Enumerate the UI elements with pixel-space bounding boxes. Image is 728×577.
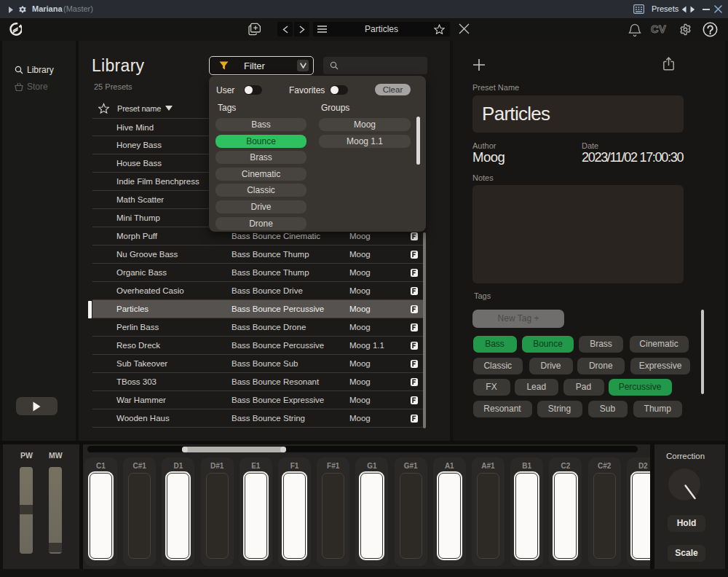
scale-button[interactable]: Scale (668, 545, 705, 562)
preset-tag-chip[interactable]: Resonant (473, 401, 532, 417)
white-key-B1[interactable] (515, 473, 538, 559)
white-key-C1[interactable] (90, 473, 112, 559)
preset-row[interactable]: Perlin BassBass Bounce DroneMoog (92, 318, 423, 337)
sidebar-item-store[interactable]: Store (15, 81, 48, 93)
preset-row[interactable]: Overheated CasioBass Bounce DriveMoog (92, 282, 423, 300)
factory-preset-icon (411, 342, 418, 350)
white-key-C2[interactable] (554, 473, 577, 559)
pitch-wheel[interactable] (20, 467, 33, 554)
white-key-G1[interactable] (360, 473, 383, 559)
settings-gear-icon[interactable] (678, 23, 692, 36)
black-key-A#1[interactable] (477, 473, 499, 559)
forward-button[interactable] (294, 22, 309, 36)
black-key-C#1[interactable] (128, 473, 151, 559)
cv-icon[interactable]: CV (651, 23, 669, 36)
preset-tag-chip[interactable]: Pad (563, 379, 604, 396)
close-preset-icon[interactable] (459, 23, 470, 34)
user-toggle[interactable] (244, 85, 262, 95)
filter-group-chip[interactable]: Moog 1.1 (319, 135, 411, 148)
preset-row[interactable]: Organic BassBass Bounce ThumpMoog (92, 264, 423, 282)
filter-tag-chip[interactable]: Brass (215, 151, 306, 164)
preset-tag-chip[interactable]: Sub (588, 401, 628, 417)
clear-filters-button[interactable]: Clear (375, 84, 411, 95)
help-icon[interactable] (703, 22, 718, 37)
white-key-E1[interactable] (245, 473, 267, 559)
filter-tag-chip[interactable]: Drive (215, 200, 306, 213)
keyboard-icon[interactable] (633, 4, 644, 14)
black-key-G#1[interactable] (400, 473, 422, 559)
new-tag-button[interactable]: New Tag + (472, 310, 564, 328)
white-key-F1[interactable] (283, 473, 306, 559)
play-button[interactable] (16, 397, 58, 415)
key-well: F#1 (317, 458, 349, 566)
white-key-D1[interactable] (167, 473, 189, 559)
preset-tag-chip[interactable]: Thump (633, 401, 682, 417)
preset-row[interactable]: Wooden HausBass Bounce StringMoog (92, 409, 423, 428)
notifications-bell-icon[interactable] (628, 23, 642, 37)
sort-direction-icon[interactable] (165, 106, 173, 111)
filter-tag-chip[interactable]: Bass (215, 118, 306, 131)
hold-button[interactable]: Hold (668, 515, 705, 532)
minimize-button[interactable] (703, 9, 710, 10)
plugin-gear-icon[interactable] (18, 5, 27, 14)
preset-tag-chip[interactable]: Lead (515, 379, 559, 396)
preset-tag-chip[interactable]: Expressive (630, 358, 690, 374)
mod-wheel[interactable] (49, 467, 62, 554)
preset-tag-chip[interactable]: String (537, 401, 582, 417)
favorites-column-icon[interactable] (98, 103, 109, 114)
black-key-F#1[interactable] (322, 473, 344, 559)
filter-dropdown-button[interactable]: Filter (209, 56, 314, 75)
preset-tag-chip[interactable]: Bass (473, 336, 517, 353)
preset-name-input[interactable]: Particles (472, 95, 684, 133)
preset-tag-chip[interactable]: Drone (577, 358, 625, 374)
preset-tag-chip[interactable]: Cinematic (630, 336, 689, 353)
keyboard-scrollbar-thumb[interactable] (182, 447, 286, 452)
factory-preset-icon (411, 287, 418, 295)
white-key-D2[interactable] (632, 473, 650, 559)
close-button[interactable] (714, 5, 722, 13)
factory-preset-icon (411, 378, 418, 386)
sidebar-item-library[interactable]: Library (15, 64, 54, 76)
preset-tag-chip[interactable]: Drive (529, 358, 573, 374)
preset-row[interactable]: ParticlesBass Bounce PercussiveMoog (92, 300, 423, 318)
preset-row[interactable]: TBoss 303Bass Bounce ResonantMoog (92, 373, 423, 391)
notes-input[interactable] (472, 185, 684, 283)
preset-row[interactable]: Nu Groove BassBass Bounce ThumpMoog (92, 246, 423, 264)
preset-next-icon[interactable] (690, 6, 695, 13)
duplicate-preset-icon[interactable] (248, 23, 262, 36)
preset-row[interactable]: Reso DreckBass Bounce PercussiveMoog 1.1 (92, 337, 423, 355)
preset-tag-chip[interactable]: Classic (473, 358, 523, 374)
filter-tag-chip[interactable]: Classic (215, 184, 306, 197)
filter-tag-chip[interactable]: Cinematic (215, 168, 306, 181)
tags-scrollbar[interactable] (701, 310, 704, 394)
keyboard-scrollbar-track[interactable] (87, 446, 638, 452)
knob-pointer (668, 468, 700, 501)
favorites-toggle[interactable] (330, 85, 348, 95)
white-key-A1[interactable] (438, 473, 461, 559)
preset-tag-chip[interactable]: FX (473, 379, 510, 396)
black-key-C#2[interactable] (593, 473, 616, 559)
add-preset-icon[interactable] (473, 59, 485, 71)
black-key-D#1[interactable] (206, 473, 229, 559)
disclosure-triangle-icon[interactable] (8, 7, 14, 13)
preset-row-tags: Bass Bounce Drone (232, 323, 306, 331)
preset-display[interactable]: Particles (313, 22, 450, 36)
filter-tag-chip[interactable]: Bounce (215, 135, 306, 148)
preset-name-label: Preset Name (472, 83, 519, 92)
filter-tag-chip[interactable]: Drone (215, 217, 306, 230)
sort-column-label[interactable]: Preset name (117, 104, 161, 113)
filter-scrollbar[interactable] (416, 117, 420, 165)
correction-knob[interactable] (668, 468, 700, 501)
search-input[interactable] (323, 57, 427, 74)
list-scrollbar[interactable] (423, 232, 426, 428)
preset-row[interactable]: War HammerBass Bounce ExpressiveMoog (92, 391, 423, 409)
preset-prev-icon[interactable] (681, 6, 687, 13)
back-button[interactable] (277, 22, 293, 36)
preset-row[interactable]: Sub TakeoverBass Bounce SubMoog (92, 355, 423, 373)
share-icon[interactable] (663, 57, 674, 71)
preset-tag-chip[interactable]: Bounce (522, 336, 574, 353)
filter-group-chip[interactable]: Moog (319, 118, 411, 131)
preset-tag-chip[interactable]: Brass (579, 336, 623, 353)
preset-tag-chip[interactable]: Percussive (609, 379, 672, 396)
favorite-star-icon[interactable] (434, 24, 445, 34)
